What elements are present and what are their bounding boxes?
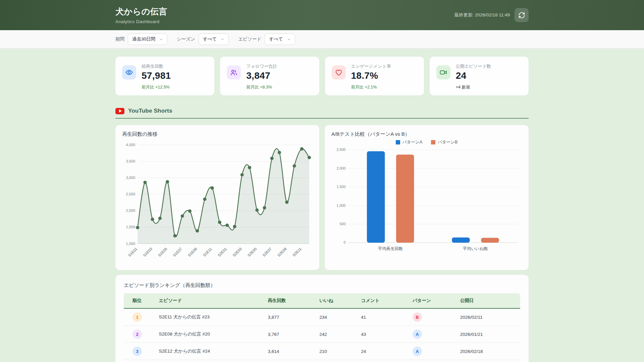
svg-text:500: 500 <box>339 222 345 226</box>
svg-text:1,500: 1,500 <box>126 225 136 229</box>
svg-text:S1E11: S1E11 <box>202 247 213 257</box>
period-select[interactable]: 過去30日間 <box>128 34 167 45</box>
legend-swatch <box>431 140 435 144</box>
stat-card: エンゲージメント率 18.7% 前月比 +2.1% <box>325 57 424 96</box>
table-row: 1 S2E11 犬からの伝言 #23 3,877 234 41 B 2026/0… <box>124 308 520 326</box>
svg-text:平均いいね数: 平均いいね数 <box>463 246 488 251</box>
rank-badge: 1 <box>132 312 142 322</box>
ab-test-bar-chart: 05001,0001,5002,0002,500平均再生回数平均いいね数 <box>331 146 522 256</box>
pattern-badge: B <box>413 312 422 322</box>
stat-card: 総再生回数 57,981 前月比 +12.5% <box>115 57 214 96</box>
column-header: 公開日 <box>457 293 520 308</box>
svg-text:S2E07: S2E07 <box>262 247 272 257</box>
stat-label: フォロワー合計 <box>246 63 277 69</box>
stat-value: 3,847 <box>246 70 277 81</box>
likes-cell: 242 <box>316 326 358 343</box>
date-cell: 2026/02/11 <box>457 308 520 326</box>
heart-icon <box>332 65 346 79</box>
stat-label: エンゲージメント率 <box>351 63 391 69</box>
stat-delta: +4 新規 <box>456 84 522 90</box>
pattern-badge: A <box>413 329 422 339</box>
column-header: コメント <box>358 293 409 308</box>
period-select-value: 過去30日間 <box>132 36 155 42</box>
svg-text:4,000: 4,000 <box>126 143 136 147</box>
eye-icon <box>122 65 136 79</box>
svg-text:S2E11: S2E11 <box>292 247 302 257</box>
svg-text:S2E09: S2E09 <box>277 247 287 257</box>
legend-item: パターンB <box>431 139 458 145</box>
svg-text:2,500: 2,500 <box>126 192 136 196</box>
youtube-icon <box>115 108 124 114</box>
rank-badge: 3 <box>132 347 142 356</box>
page-title: 犬からの伝言 <box>115 6 167 17</box>
bar-chart-title: A/Bテスト比較（パターンA vs B） <box>331 131 522 137</box>
svg-text:2,000: 2,000 <box>336 166 345 170</box>
stat-label: 総再生回数 <box>142 63 171 69</box>
stat-delta: 前月比 +12.5% <box>142 84 208 90</box>
column-header: 順位 <box>124 293 156 308</box>
stat-card: フォロワー合計 3,847 前月比 +8.3% <box>220 57 319 96</box>
svg-text:S1E09: S1E09 <box>187 247 198 257</box>
column-header: いいね <box>316 293 358 308</box>
ranking-table: 順位エピソード再生回数いいねコメントパターン公開日 1 S2E11 犬からの伝言… <box>124 293 520 360</box>
last-updated: 最終更新: 2026/02/18 11:49 <box>454 12 510 18</box>
season-select[interactable]: すべて <box>199 34 229 45</box>
stat-card: 公開エピソード数 24 +4 新規 <box>430 57 529 96</box>
refresh-icon <box>518 12 525 19</box>
episode-cell: S2E08 犬からの伝言 #20 <box>156 326 265 343</box>
svg-text:0: 0 <box>343 240 345 244</box>
stat-delta: 前月比 +2.1% <box>351 84 417 90</box>
section-divider <box>115 118 529 119</box>
stat-value: 24 <box>456 70 491 81</box>
stats-row: 総再生回数 57,981 前月比 +12.5% フォロワー合計 3,847 前月… <box>115 57 529 96</box>
svg-text:S1E05: S1E05 <box>157 247 168 257</box>
ranking-title: エピソード別ランキング（再生回数順） <box>124 282 520 289</box>
svg-text:S2E03: S2E03 <box>232 247 243 257</box>
svg-text:3,000: 3,000 <box>126 176 136 180</box>
likes-cell: 234 <box>316 308 358 326</box>
svg-text:1,000: 1,000 <box>336 203 345 207</box>
comments-cell: 43 <box>358 326 409 343</box>
header-titles: 犬からの伝言 Analytics Dashboard <box>115 6 167 24</box>
period-label: 期間 <box>115 36 124 42</box>
chevron-down-icon <box>159 38 163 41</box>
episode-cell: S2E11 犬からの伝言 #23 <box>156 308 265 326</box>
svg-text:平均再生回数: 平均再生回数 <box>378 246 403 251</box>
chevron-down-icon <box>287 38 291 41</box>
video-camera-icon <box>436 65 450 79</box>
views-trend-line-chart: 1,0001,5002,0002,5003,0003,5004,000S1E01… <box>122 139 313 263</box>
plays-cell: 3,767 <box>265 326 316 343</box>
bar-chart-panel: A/Bテスト比較（パターンA vs B） パターンAパターンB 05001,00… <box>325 125 529 270</box>
episode-select-value: すべて <box>269 36 283 42</box>
pattern-badge: A <box>413 347 422 356</box>
ranking-panel: エピソード別ランキング（再生回数順） 順位エピソード再生回数いいねコメントパター… <box>115 275 529 362</box>
followers-icon <box>227 65 241 79</box>
refresh-button[interactable] <box>515 8 529 22</box>
season-select-value: すべて <box>203 36 217 42</box>
likes-cell: 210 <box>316 343 358 360</box>
table-row: 2 S2E08 犬からの伝言 #20 3,767 242 43 A 2026/0… <box>124 326 520 343</box>
filter-group-episode: エピソード すべて <box>238 34 295 45</box>
stat-delta: 前月比 +8.3% <box>246 84 312 90</box>
table-row: 3 S2E12 犬からの伝言 #24 3,614 210 24 A 2026/0… <box>124 343 520 360</box>
episode-cell: S2E12 犬からの伝言 #24 <box>156 343 265 360</box>
svg-text:S2E05: S2E05 <box>247 247 258 257</box>
filter-group-period: 期間 過去30日間 <box>115 34 167 45</box>
svg-text:1,000: 1,000 <box>126 242 136 246</box>
svg-text:S1E03: S1E03 <box>142 247 153 257</box>
column-header: パターン <box>409 293 457 308</box>
date-cell: 2026/02/18 <box>457 343 520 360</box>
svg-text:3,500: 3,500 <box>126 159 136 163</box>
line-chart-panel: 再生回数の推移 1,0001,5002,0002,5003,0003,5004,… <box>115 125 319 270</box>
episode-select[interactable]: すべて <box>265 34 295 45</box>
page-subtitle: Analytics Dashboard <box>115 19 167 24</box>
stat-value: 18.7% <box>351 70 391 81</box>
filter-group-season: シーズン すべて <box>177 34 229 45</box>
column-header: 再生回数 <box>265 293 316 308</box>
line-chart-title: 再生回数の推移 <box>122 131 313 137</box>
plays-cell: 3,614 <box>265 343 316 360</box>
svg-text:S1E01: S1E01 <box>127 247 138 257</box>
filter-bar: 期間 過去30日間 シーズン すべて エピソード すべて <box>0 30 644 49</box>
section-header: YouTube Shorts <box>115 108 529 114</box>
app-header: 犬からの伝言 Analytics Dashboard 最終更新: 2026/02… <box>0 0 644 30</box>
